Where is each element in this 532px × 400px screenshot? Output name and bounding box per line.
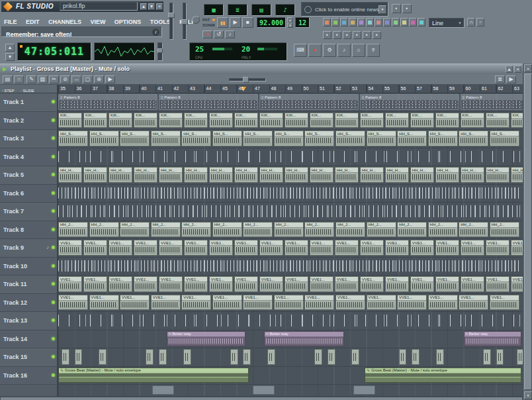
main-pitch-thumb[interactable] [181,19,188,25]
audio-clip[interactable]: VVE1... [335,276,359,292]
wave-clip[interactable] [230,349,238,365]
track-name[interactable]: Track 11 [0,275,58,294]
record-bar-icon-5[interactable] [357,18,365,26]
audio-clip[interactable]: HH_S... [212,130,242,146]
audio-clip[interactable]: VVE1... [184,240,208,256]
track-mute-led[interactable] [52,136,55,140]
multilink-icon[interactable]: ▪ [363,31,371,39]
audio-clip[interactable]: HH_H... [461,167,484,183]
track-lane[interactable] [58,148,523,167]
audio-clip[interactable]: VVE1... [310,276,333,292]
track-lane[interactable]: VVE1...VVE1...VVE1...VVE1...VVE1...VVE1.… [58,294,523,313]
audio-clip[interactable]: KIK... [511,113,523,128]
track-lane[interactable]: VVE1...VVE1...VVE1...VVE1...VVE1...VVE1.… [58,275,523,294]
audio-clip[interactable]: VVE1... [274,295,304,311]
center-view-button[interactable]: ⌂ [352,44,365,57]
track-mute-led[interactable] [52,246,55,249]
audio-clip[interactable]: VVE1... [234,240,258,256]
paint-tool-button[interactable]: ▨ [38,75,48,83]
track-lane[interactable] [58,312,523,330]
ticks-dense-clip[interactable] [58,260,521,272]
audio-clip[interactable]: VVE1... [360,276,384,292]
news-settings-button[interactable]: ▪ [402,4,412,13]
wave-clip[interactable] [146,349,154,365]
audio-clip[interactable]: VVE1... [410,276,434,292]
one-click-record-button[interactable]: ● [308,44,322,57]
titlebar-close-button[interactable]: × [156,3,163,10]
song-clip[interactable]: ≈Better way [167,331,245,347]
pause-button[interactable]: ▮▮ [217,17,228,28]
pattern-number-display[interactable]: 12 [295,17,310,28]
audio-clip[interactable]: KIK... [259,113,283,128]
audio-clip[interactable]: VVE1... [511,276,523,292]
audio-clip[interactable]: VVE1... [486,276,510,292]
tempo-display[interactable]: 92.000 [257,17,286,28]
audio-clip[interactable]: HH_J... [335,222,365,238]
ticks-sparse-clip[interactable] [58,151,521,163]
audio-clip[interactable]: VVE1... [397,295,427,311]
audio-clip[interactable]: VVE1... [385,240,409,256]
audio-clip[interactable]: HH_S... [274,130,304,146]
audio-clip[interactable]: VVE1... [89,295,119,311]
wave-clip[interactable] [62,349,69,365]
track-mute-led[interactable] [52,173,55,176]
draw-tool-button[interactable]: ✎ [26,75,36,83]
playlist-close-button[interactable]: × [514,66,521,73]
audio-clip[interactable]: KIK... [435,113,459,128]
audio-clip[interactable]: VVE1... [459,295,488,311]
track-mute-led[interactable] [52,264,55,268]
audio-clip[interactable]: HH_H... [335,167,359,183]
wave-clip[interactable] [267,349,275,365]
audio-clip[interactable]: HH_H... [234,167,258,183]
audio-clip[interactable]: VVE1... [151,295,181,311]
clip[interactable] [353,385,375,395]
audio-clip[interactable]: KIK... [209,113,233,128]
audio-clip[interactable]: VVE1... [385,276,409,292]
track-mute-led[interactable] [52,191,55,195]
pattern-clip[interactable]: ▯Pattern 8 [259,94,359,110]
pattern-clip[interactable]: ▯Pattern 8 [360,94,459,110]
record-bar-icon-4[interactable] [349,18,357,26]
time-mode-up-button[interactable]: ▴ [5,44,15,52]
loop-button[interactable]: ↺ [214,30,224,38]
v-scrollbar[interactable]: ▴ ▾ [523,64,532,400]
v-scrollbar-thumb[interactable] [524,74,532,390]
track-mute-led[interactable] [52,319,55,322]
track-name[interactable]: Track 13 [0,312,58,330]
track-lane[interactable] [58,185,523,203]
wave-clip[interactable] [314,349,322,365]
audio-clip[interactable]: HH_S... [151,130,181,146]
record-button[interactable]: ● [202,30,212,38]
track-name[interactable]: Track 6 [0,185,58,203]
audio-clip[interactable]: HH_H... [310,167,333,183]
audio-clip[interactable]: HH_J... [120,222,150,238]
main-pitch-slider[interactable] [183,3,187,40]
track-name[interactable]: Track 16 [0,367,58,385]
audio-clip[interactable]: HH_J... [459,222,488,238]
audio-clip[interactable]: VVE1... [511,240,523,256]
audio-clip[interactable]: KIK... [83,113,107,128]
scroll-up-button[interactable]: ▴ [524,64,532,72]
audio-clip[interactable]: VVE1... [367,295,396,311]
track-lane[interactable]: ≈Better way≈Better way≈Better way [58,330,523,349]
metronome-toggle-button[interactable]: ♪ [337,44,351,57]
track-name[interactable]: Track 2 [0,112,58,130]
audio-clip[interactable]: HH_J... [89,222,119,238]
oscilloscope[interactable] [94,42,155,61]
audio-clip[interactable]: HH_J... [151,222,181,238]
audio-clip[interactable]: VVE1... [285,276,308,292]
news-panel[interactable]: Click to enable online news ▼ [301,2,388,17]
metronome-button[interactable]: ♪ [225,30,235,38]
playlist-zoom-slider[interactable] [229,78,266,81]
tempo-down-button[interactable]: ▾ [287,23,293,28]
audio-clip[interactable]: HH_H... [435,167,459,183]
ticks-med-clip[interactable] [58,205,521,217]
track-name[interactable]: Track 7 [0,203,58,221]
timeline-ruler[interactable]: 3536373839404142434445464748495051525354… [58,85,523,93]
audio-clip[interactable]: VVE1... [285,240,308,256]
audio-clip[interactable]: KIK... [385,113,409,128]
audio-clip[interactable]: VVE1... [259,276,283,292]
countdown-icon[interactable]: ▪ [333,31,341,39]
audio-clip[interactable]: VVE1... [486,240,510,256]
track-lane[interactable] [58,203,523,221]
